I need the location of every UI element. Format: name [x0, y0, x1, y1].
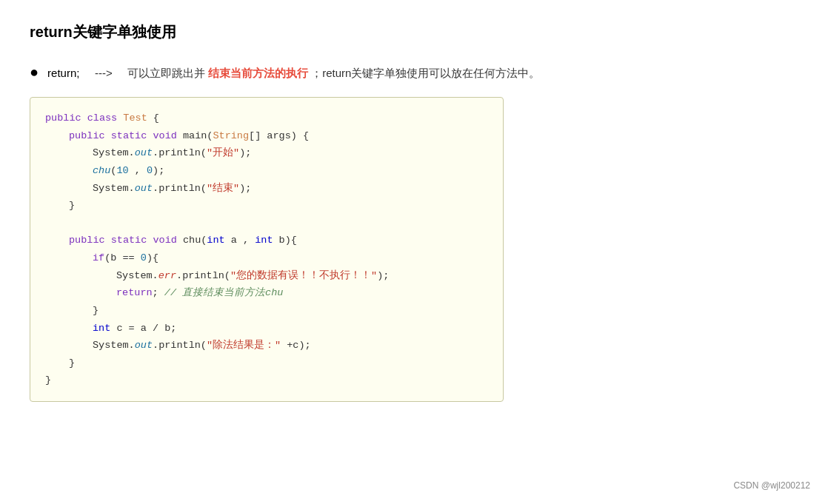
code-block: public class Test { public static void m… [30, 97, 504, 402]
bullet-icon: ● [30, 60, 39, 84]
page-title: return关键字单独使用 [30, 22, 798, 42]
bullet-content: return; ---> 可以立即跳出并结束当前方法的执行；return关键字单… [47, 64, 540, 82]
code-line-14: System.out.println("除法结果是：" +c); [45, 337, 488, 355]
code-line-4: chu(10 , 0); [45, 162, 488, 180]
return-keyword: return; [47, 64, 79, 82]
code-line-6: } [45, 197, 488, 215]
code-line-8: public static void chu(int a , int b){ [45, 232, 488, 249]
code-line-16: } [45, 372, 488, 389]
code-line-2: public static void main(String[] args) { [45, 127, 488, 145]
code-line-3: System.out.println("开始"); [45, 144, 488, 162]
desc-after: ；return关键字单独使用可以放在任何方法中。 [311, 64, 540, 82]
bullet-point: ● return; ---> 可以立即跳出并结束当前方法的执行；return关键… [30, 60, 798, 84]
code-line-11: return; // 直接结束当前方法chu [45, 284, 488, 302]
arrow: ---> [95, 64, 113, 82]
code-line-15: } [45, 355, 488, 372]
watermark: CSDN @wjl200212 [733, 480, 810, 491]
code-line-12: } [45, 302, 488, 320]
desc-before: 可以立即跳出并 [127, 64, 205, 82]
code-line-7 [45, 215, 488, 232]
code-line-10: System.err.println("您的数据有误！！不执行！！"); [45, 267, 488, 285]
highlight-text: 结束当前方法的执行 [208, 64, 308, 82]
code-line-5: System.out.println("结束"); [45, 180, 488, 198]
code-line-13: int c = a / b; [45, 320, 488, 337]
code-line-1: public class Test { [45, 110, 488, 127]
code-line-9: if(b == 0){ [45, 249, 488, 267]
